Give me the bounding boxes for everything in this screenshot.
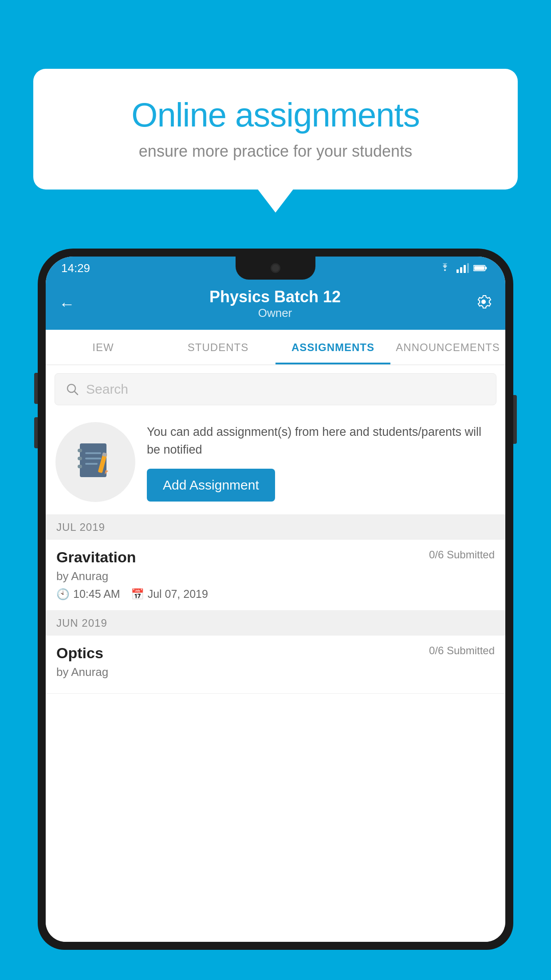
svg-rect-13 <box>85 452 101 454</box>
assignment-header-optics: Optics 0/6 Submitted <box>56 644 495 662</box>
batch-title: Physics Batch 12 <box>209 288 341 306</box>
tab-assignments[interactable]: ASSIGNMENTS <box>276 330 390 364</box>
tab-iew[interactable]: IEW <box>46 330 161 364</box>
power-button <box>513 395 517 444</box>
back-button[interactable]: ← <box>59 295 75 313</box>
tab-students[interactable]: STUDENTS <box>161 330 276 364</box>
phone-content: Search <box>46 365 505 942</box>
search-bar-container: Search <box>46 365 505 413</box>
wifi-icon <box>438 263 452 273</box>
speech-bubble-subtitle: ensure more practice for your students <box>64 142 487 161</box>
svg-rect-6 <box>474 266 484 270</box>
signal-icon <box>457 263 469 273</box>
svg-rect-15 <box>85 463 98 465</box>
assignment-title: Gravitation <box>56 549 136 566</box>
front-camera <box>271 263 280 273</box>
calendar-icon: 📅 <box>131 588 144 601</box>
date-meta: 📅 Jul 07, 2019 <box>131 588 208 601</box>
phone-screen: 14:29 <box>46 257 505 942</box>
assignment-date: Jul 07, 2019 <box>148 588 208 601</box>
svg-line-8 <box>75 391 78 395</box>
volume-up-button <box>34 373 38 404</box>
assignment-meta: 🕙 10:45 AM 📅 Jul 07, 2019 <box>56 588 495 601</box>
phone-notch <box>236 257 315 280</box>
speech-bubble: Online assignments ensure more practice … <box>33 69 518 190</box>
battery-icon <box>473 264 488 272</box>
svg-rect-11 <box>78 457 82 460</box>
settings-icon[interactable] <box>475 293 492 314</box>
phone-outer: 14:29 <box>38 249 513 950</box>
status-icons <box>438 263 488 273</box>
tabs-bar: IEW STUDENTS ASSIGNMENTS ANNOUNCEMENTS <box>46 330 505 365</box>
svg-rect-5 <box>485 267 487 269</box>
batch-subtitle: Owner <box>209 306 341 320</box>
submitted-count: 0/6 Submitted <box>429 549 495 561</box>
search-bar[interactable]: Search <box>55 373 496 405</box>
assignment-item-gravitation[interactable]: Gravitation 0/6 Submitted by Anurag 🕙 10… <box>46 540 505 611</box>
svg-rect-3 <box>467 263 469 273</box>
assignment-by: by Anurag <box>56 569 495 583</box>
svg-rect-12 <box>78 465 82 468</box>
submitted-count-optics: 0/6 Submitted <box>429 644 495 657</box>
speech-bubble-container: Online assignments ensure more practice … <box>33 69 518 190</box>
search-placeholder: Search <box>86 382 128 397</box>
svg-rect-2 <box>464 265 466 273</box>
svg-rect-14 <box>85 458 101 459</box>
promo-text-area: You can add assignment(s) from here and … <box>147 423 496 502</box>
assignment-header: Gravitation 0/6 Submitted <box>56 549 495 566</box>
promo-icon-circle <box>55 422 135 502</box>
svg-rect-1 <box>460 267 462 273</box>
speech-bubble-title: Online assignments <box>64 95 487 134</box>
clock-icon: 🕙 <box>56 588 70 601</box>
add-assignment-button[interactable]: Add Assignment <box>147 469 275 502</box>
header-center: Physics Batch 12 Owner <box>209 288 341 320</box>
app-header: ← Physics Batch 12 Owner <box>46 280 505 330</box>
month-separator-jun: JUN 2019 <box>46 611 505 636</box>
month-separator-jul: JUL 2019 <box>46 515 505 540</box>
notebook-icon <box>75 440 115 484</box>
assignment-item-optics[interactable]: Optics 0/6 Submitted by Anurag <box>46 636 505 694</box>
time-meta: 🕙 10:45 AM <box>56 588 120 601</box>
search-icon <box>66 383 79 396</box>
assignment-by-optics: by Anurag <box>56 665 495 679</box>
assignment-title-optics: Optics <box>56 644 103 662</box>
svg-rect-10 <box>78 449 82 452</box>
promo-description: You can add assignment(s) from here and … <box>147 423 496 459</box>
svg-rect-0 <box>457 269 459 273</box>
status-time: 14:29 <box>61 261 90 275</box>
phone-container: 14:29 <box>38 249 513 980</box>
tab-announcements[interactable]: ANNOUNCEMENTS <box>390 330 505 364</box>
promo-block: You can add assignment(s) from here and … <box>46 413 505 515</box>
assignment-time: 10:45 AM <box>73 588 120 601</box>
volume-down-button <box>34 417 38 448</box>
